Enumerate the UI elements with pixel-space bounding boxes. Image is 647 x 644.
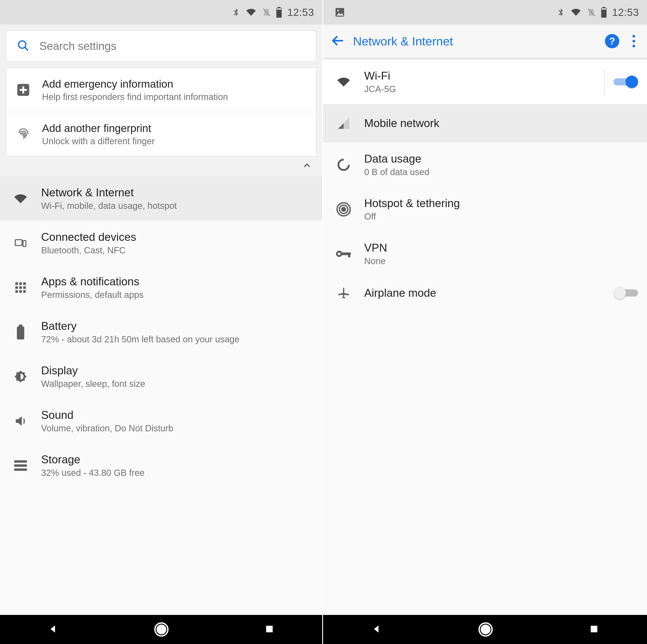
svg-rect-22 — [14, 464, 27, 467]
settings-item-display[interactable]: Display Wallpaper, sleep, font size — [0, 354, 322, 399]
network-internet-screen: 12:53 Network & Internet ? Wi-Fi JCA-5G — [323, 0, 647, 644]
network-item-hotspot-tethering[interactable]: Hotspot & tethering Off — [323, 187, 647, 231]
wifi-icon — [570, 8, 582, 17]
navigation-bar — [323, 615, 647, 644]
svg-rect-8 — [15, 239, 22, 245]
item-title: Battery — [41, 319, 239, 333]
battery-icon — [12, 325, 29, 340]
storage-icon — [12, 460, 29, 472]
cellular-signal-icon — [335, 117, 353, 130]
divider — [604, 70, 604, 94]
suggestion-title: Add emergency information — [42, 78, 228, 90]
svg-point-26 — [337, 10, 339, 12]
item-subtitle: Bluetooth, Cast, NFC — [41, 245, 136, 256]
search-settings-field[interactable]: Search settings — [6, 30, 316, 62]
suggestion-subtitle: Unlock with a different finger — [42, 136, 155, 146]
wifi-icon — [335, 76, 353, 88]
item-title: Connected devices — [41, 230, 136, 243]
svg-rect-20 — [19, 325, 22, 327]
status-bar: 12:53 — [323, 0, 647, 24]
network-item-data-usage[interactable]: Data usage 0 B of data used — [323, 142, 647, 187]
back-arrow-button[interactable] — [331, 34, 344, 48]
svg-rect-12 — [23, 282, 26, 285]
navigation-bar — [0, 615, 322, 644]
svg-point-36 — [338, 253, 341, 255]
item-subtitle: JCA-5G — [364, 84, 396, 94]
airplane-mode-toggle[interactable] — [614, 287, 638, 299]
recents-button[interactable] — [265, 624, 274, 635]
no-sim-icon — [262, 7, 271, 18]
app-bar: Network & Internet ? — [323, 24, 647, 58]
suggestions-card: Add emergency information Help first res… — [6, 68, 316, 156]
item-subtitle: Wallpaper, sleep, font size — [41, 379, 145, 389]
wifi-toggle[interactable] — [614, 76, 638, 88]
svg-rect-16 — [15, 290, 18, 293]
clock-text: 12:53 — [287, 6, 314, 18]
more-options-button[interactable] — [628, 35, 639, 48]
item-title: Wi-Fi — [364, 69, 396, 82]
item-title: Sound — [41, 409, 173, 422]
item-title: Storage — [41, 453, 145, 466]
item-subtitle: 32% used - 43.80 GB free — [41, 468, 145, 478]
apps-grid-icon — [12, 281, 29, 294]
item-subtitle: None — [364, 256, 387, 266]
item-subtitle: Permissions, default apps — [41, 290, 144, 300]
collapse-suggestions-button[interactable] — [302, 160, 312, 172]
item-title: Mobile network — [364, 117, 439, 130]
suggestion-add-fingerprint[interactable]: Add another fingerprint Unlock with a di… — [6, 112, 316, 156]
suggestion-subtitle: Help first responders find important inf… — [42, 92, 228, 102]
recents-button[interactable] — [589, 624, 599, 635]
settings-item-apps-notifications[interactable]: Apps & notifications Permissions, defaul… — [0, 265, 322, 310]
search-placeholder: Search settings — [39, 40, 117, 53]
page-title: Network & Internet — [353, 34, 596, 48]
settings-item-storage[interactable]: Storage 32% used - 43.80 GB free — [0, 443, 322, 480]
svg-point-32 — [342, 208, 345, 211]
item-title: Hotspot & tethering — [364, 197, 460, 210]
wifi-icon — [12, 192, 29, 205]
item-title: Airplane mode — [364, 286, 436, 299]
help-button[interactable]: ? — [605, 34, 619, 48]
settings-item-network-internet[interactable]: Network & Internet Wi-Fi, mobile, data u… — [0, 176, 322, 221]
fingerprint-icon — [15, 126, 31, 142]
svg-rect-21 — [14, 460, 27, 462]
settings-item-battery[interactable]: Battery 72% - about 3d 21h 50m left base… — [0, 310, 322, 354]
medical-plus-icon — [15, 82, 31, 98]
svg-rect-11 — [19, 282, 22, 285]
network-item-vpn[interactable]: VPN None — [323, 231, 647, 276]
bluetooth-icon — [556, 7, 565, 18]
svg-rect-10 — [15, 282, 18, 285]
back-button[interactable] — [48, 624, 59, 635]
network-item-mobile-network[interactable]: Mobile network — [323, 104, 647, 142]
battery-icon — [600, 7, 607, 18]
svg-line-4 — [25, 47, 28, 50]
battery-icon — [276, 7, 282, 18]
home-button[interactable] — [479, 622, 493, 637]
network-item-airplane-mode[interactable]: Airplane mode — [323, 276, 647, 310]
brightness-icon — [12, 369, 29, 384]
svg-rect-28 — [602, 7, 605, 8]
airplane-icon — [335, 286, 353, 300]
svg-rect-9 — [23, 240, 26, 246]
network-item-wifi[interactable]: Wi-Fi JCA-5G — [323, 60, 647, 104]
item-subtitle: Volume, vibration, Do Not Disturb — [41, 423, 173, 433]
vpn-key-icon — [335, 249, 353, 259]
suggestion-title: Add another fingerprint — [42, 122, 155, 134]
hotspot-icon — [335, 202, 353, 216]
status-bar: 12:53 — [0, 0, 322, 24]
settings-item-connected-devices[interactable]: Connected devices Bluetooth, Cast, NFC — [0, 221, 322, 265]
home-button[interactable] — [154, 622, 168, 637]
back-button[interactable] — [371, 624, 382, 635]
svg-rect-29 — [601, 8, 606, 10]
svg-rect-13 — [15, 286, 18, 289]
clock-text: 12:53 — [612, 6, 639, 18]
data-usage-icon — [335, 158, 353, 172]
item-subtitle: Off — [364, 212, 460, 222]
wifi-icon — [245, 8, 257, 17]
settings-list: Network & Internet Wi-Fi, mobile, data u… — [0, 176, 322, 615]
svg-rect-39 — [591, 626, 597, 632]
svg-rect-24 — [266, 626, 273, 632]
image-notification-icon — [335, 7, 345, 17]
item-subtitle: Wi-Fi, mobile, data usage, hotspot — [41, 201, 177, 211]
suggestion-emergency-info[interactable]: Add emergency information Help first res… — [6, 68, 316, 112]
settings-item-sound[interactable]: Sound Volume, vibration, Do Not Disturb — [0, 399, 322, 443]
